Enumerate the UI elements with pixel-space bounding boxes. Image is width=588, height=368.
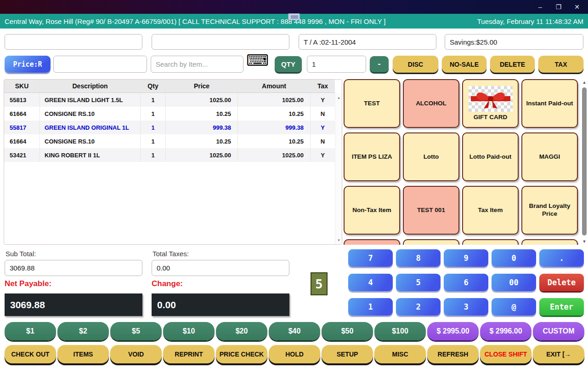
delete-button[interactable]: DELETE (490, 56, 535, 73)
subtotal-field[interactable] (5, 260, 142, 276)
tender-button[interactable]: $5 (110, 322, 162, 340)
keypad-key[interactable]: Enter (539, 298, 584, 316)
product-tile[interactable]: MAGGI (521, 132, 578, 181)
function-button[interactable]: CLOSE SHIFT (480, 345, 531, 363)
keypad-key[interactable]: 0 (492, 249, 536, 267)
product-tile[interactable]: Lotto (403, 132, 459, 181)
tender-button[interactable]: $40 (269, 322, 320, 340)
qty-input[interactable] (307, 56, 366, 73)
product-tile-label: MAGGI (539, 153, 560, 161)
scroll-down-icon[interactable]: ▼ (582, 239, 587, 244)
cell-amount: 10.25 (238, 134, 311, 148)
product-tile[interactable]: Lotto Paid-out (462, 132, 519, 181)
function-button[interactable]: MISC (374, 345, 426, 363)
tender-button[interactable]: $2 (57, 322, 109, 340)
tender-button[interactable]: $ 2996.00 (480, 322, 531, 340)
savings-field[interactable] (445, 34, 583, 50)
table-row[interactable]: 61664 CONSIGNE RS.10 1 10.25 10.25 N (4, 134, 335, 148)
product-tile[interactable] (344, 239, 400, 245)
product-tile[interactable]: Non-Tax Item (344, 186, 400, 235)
keypad-key[interactable]: 1 (348, 298, 393, 316)
function-button-label: MISC (392, 351, 408, 358)
product-tile[interactable] (521, 239, 578, 245)
input-field-2[interactable] (152, 34, 289, 50)
keyboard-icon[interactable]: ⌨ (246, 52, 269, 68)
tender-button[interactable]: $100 (374, 322, 426, 340)
function-button[interactable]: SETUP (322, 345, 373, 363)
function-button[interactable]: REFRESH (427, 345, 479, 363)
table-header-cell: Price (166, 80, 238, 92)
minimize-icon[interactable]: – (533, 1, 548, 12)
function-button[interactable]: EXIT (533, 345, 584, 363)
input-field-1[interactable] (5, 34, 142, 50)
scroll-up-icon[interactable]: ▲ (582, 80, 587, 85)
product-tile[interactable]: Tax Item (462, 186, 519, 235)
tax-button[interactable]: TAX (538, 56, 583, 73)
scrollbar-thumb[interactable] (582, 87, 587, 236)
keypad-key[interactable]: 2 (396, 298, 441, 316)
disc-button[interactable]: DISC (393, 56, 438, 73)
qty-button[interactable]: QTY (275, 56, 302, 72)
total-taxes-field[interactable] (152, 260, 289, 276)
price-mode-button[interactable]: Price:R (5, 56, 51, 73)
keypad-key[interactable]: . (539, 249, 584, 267)
tender-button[interactable]: $20 (216, 322, 267, 340)
product-tile[interactable]: ITEM PS LIZA (344, 132, 400, 181)
product-tile-label: Instant Paid-out (526, 100, 573, 108)
product-tile[interactable] (403, 239, 459, 245)
tender-button[interactable]: $ 2995.00 (427, 322, 479, 340)
item-code-input[interactable] (53, 56, 147, 73)
table-row[interactable]: 61664 CONSIGNE RS.10 1 10.25 10.25 N (4, 107, 335, 121)
product-tile[interactable]: Brand Loyalty Price (521, 186, 578, 235)
tender-button[interactable]: $1 (5, 322, 56, 340)
transaction-date-field[interactable] (299, 34, 436, 50)
table-row[interactable]: 53421 KING ROBERT II 1L 1 1025.00 1025.0… (4, 148, 335, 162)
function-button[interactable]: REPRINT (163, 345, 215, 363)
close-icon[interactable]: ✕ (570, 1, 584, 12)
product-tile[interactable]: TEST (344, 79, 400, 128)
keypad-key[interactable]: 00 (492, 274, 536, 291)
keypad-key[interactable]: 5 (396, 274, 441, 291)
table-header-cell: SKU (4, 80, 40, 92)
product-tile[interactable]: GIFT CARD (462, 79, 519, 128)
grid-scrollbar[interactable]: ▲ ▼ (582, 79, 587, 245)
table-scrollbar[interactable]: ▲ ▼ (335, 93, 342, 245)
keypad-key[interactable]: 3 (444, 298, 488, 316)
tender-button[interactable]: CUSTOM (533, 322, 584, 340)
minus-button[interactable]: - (370, 56, 389, 72)
function-button[interactable]: ITEMS (57, 345, 109, 363)
cell-price: 1025.00 (166, 93, 238, 107)
table-header-row: SKUDescriptionQtyPriceAmountTax (4, 80, 335, 93)
keypad-key[interactable]: 7 (348, 249, 393, 267)
function-button[interactable]: HOLD (269, 345, 320, 363)
table-header-cell: Description (40, 80, 141, 92)
table-row[interactable]: 55813 GREEN ISLAND LIGHT 1.5L 1 1025.00 … (4, 93, 335, 107)
function-button[interactable]: CHECK OUT (5, 345, 56, 363)
product-tile[interactable]: TEST 001 (403, 186, 459, 235)
product-tile[interactable]: Instant Paid-out (521, 79, 578, 128)
restore-icon[interactable]: ❐ (551, 1, 566, 12)
tender-button[interactable]: $50 (322, 322, 373, 340)
function-button[interactable]: PRICE CHECK (216, 345, 267, 363)
keypad-key[interactable]: 6 (444, 274, 488, 291)
keypad-key[interactable]: 9 (444, 249, 488, 267)
cell-sku: 55817 (4, 121, 40, 134)
product-tile-label: Non-Tax Item (352, 207, 391, 214)
touch-keyboard-icon[interactable] (288, 13, 300, 20)
cell-qty: 1 (141, 93, 166, 107)
product-tile[interactable]: ALCOHOL (403, 79, 459, 128)
keypad-key[interactable]: 4 (348, 274, 393, 291)
no-sale-button[interactable]: NO-SALE (442, 56, 486, 73)
search-input[interactable] (151, 56, 243, 73)
function-button-label: HOLD (285, 351, 304, 358)
keypad-key[interactable]: @ (492, 298, 536, 316)
keypad-key[interactable]: Delete (539, 274, 584, 291)
tender-button[interactable]: $10 (163, 322, 215, 340)
scroll-down-icon[interactable]: ▼ (335, 238, 342, 242)
scroll-up-icon[interactable]: ▲ (335, 96, 342, 100)
table-row[interactable]: 55817 GREEN ISLAND ORIGINAL 1L 1 999.38 … (4, 121, 335, 134)
keypad-key[interactable]: 8 (396, 249, 441, 267)
product-tile[interactable] (462, 239, 519, 245)
net-payable-value: 3069.88 (5, 293, 142, 316)
function-button[interactable]: VOID (110, 345, 162, 363)
